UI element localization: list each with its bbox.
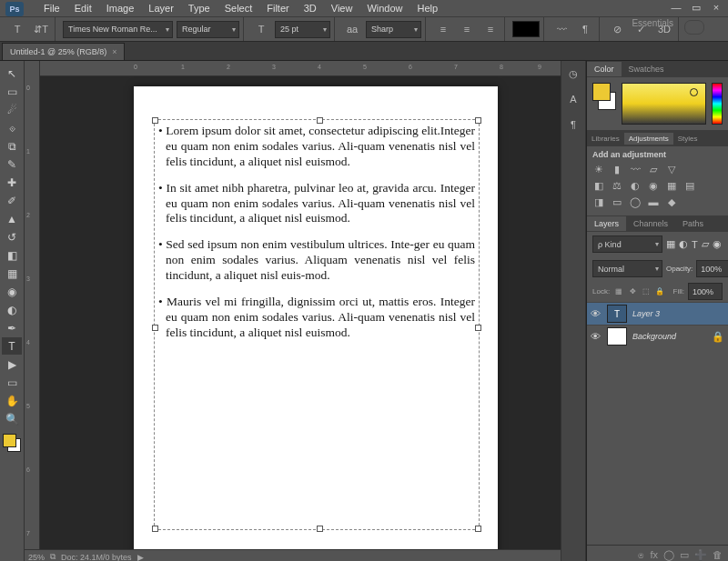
marquee-tool[interactable]: ▭ [2,83,22,100]
brush-tool[interactable]: ✐ [2,192,22,209]
adj-levels-icon[interactable]: ▮ [611,163,623,175]
zoom-tool[interactable]: 🔍 [2,410,22,427]
text-content[interactable]: • Lorem ipsum dolor sit amet, consectetu… [155,120,479,356]
paragraph-strip-icon[interactable]: ¶ [563,115,583,134]
layer-thumb-type[interactable]: T [607,305,627,323]
adj-selective-icon[interactable]: ◆ [665,195,678,208]
history-panel-icon[interactable]: ◷ [563,65,583,83]
text-color-swatch[interactable] [512,21,540,37]
visibility-icon[interactable]: 👁 [591,331,602,342]
search-icon[interactable] [684,20,704,35]
type-tool-preset-icon[interactable]: T [7,20,27,38]
move-tool[interactable]: ↖ [2,65,22,82]
handle-top-mid[interactable] [317,117,323,124]
menu-view[interactable]: View [324,1,360,15]
color-fg-bg[interactable] [592,83,616,119]
doc-size[interactable]: Doc: 24.1M/0 bytes [61,553,132,562]
pen-tool[interactable]: ✒ [2,319,22,336]
adj-invert-icon[interactable]: ◨ [592,195,605,208]
character-strip-icon[interactable]: A [563,90,583,108]
document-canvas[interactable]: • Lorem ipsum dolor sit amet, consectetu… [134,86,498,561]
handle-top-left[interactable] [152,117,158,124]
lock-position-icon[interactable]: ✥ [627,286,638,297]
adj-lookup-icon[interactable]: ▤ [683,179,696,192]
menu-edit[interactable]: Edit [67,1,99,15]
filter-shape-icon[interactable]: ▱ [702,238,709,250]
layer-row[interactable]: 👁 Background 🔒 [587,325,728,347]
eraser-tool[interactable]: ◧ [2,246,22,264]
layer-name[interactable]: Layer 3 [632,309,660,318]
layer-kind-dropdown[interactable]: ρ Kind [592,235,662,253]
frame-icon[interactable]: ⧉ [50,552,56,561]
handle-bottom-left[interactable] [152,526,158,532]
menu-window[interactable]: Window [359,1,410,15]
filter-type-icon[interactable]: T [692,239,698,250]
clone-stamp-tool[interactable]: ▲ [2,210,22,227]
opacity-input[interactable]: 100% [696,260,728,277]
adj-exposure-icon[interactable]: ▱ [647,163,660,175]
window-restore-icon[interactable]: ▭ [690,2,703,13]
new-layer-icon[interactable]: ➕ [694,549,707,561]
menu-image[interactable]: Image [99,1,142,15]
gradient-tool[interactable]: ▦ [2,265,22,282]
tab-swatches[interactable]: Swatches [622,62,672,76]
close-tab-icon[interactable]: × [112,47,116,56]
history-brush-tool[interactable]: ↺ [2,228,22,245]
handle-bottom-right[interactable] [475,526,481,532]
blur-tool[interactable]: ◉ [2,283,22,300]
menu-filter[interactable]: Filter [259,1,296,15]
lock-ab-icon[interactable]: ⬚ [641,286,652,297]
font-family-dropdown[interactable]: Times New Roman Re... [63,21,173,38]
font-size-dropdown[interactable]: 25 pt [275,21,330,38]
layer-thumb[interactable] [607,327,627,346]
character-panel-icon[interactable]: ¶ [575,20,595,38]
adj-gradientmap-icon[interactable]: ▬ [647,195,660,208]
menu-type[interactable]: Type [181,1,217,15]
magic-wand-tool[interactable]: ⟐ [2,119,22,136]
blend-mode-dropdown[interactable]: Normal [592,260,662,277]
menu-3d[interactable]: 3D [297,1,324,15]
new-group-icon[interactable]: ▭ [680,549,689,561]
fg-bg-color-swatch[interactable] [3,434,21,452]
hue-slider[interactable] [712,83,723,125]
cancel-edit-icon[interactable]: ⊘ [607,20,627,38]
delete-layer-icon[interactable]: 🗑 [713,549,723,560]
lock-all-icon[interactable]: 🔒 [654,286,665,297]
font-style-dropdown[interactable]: Regular [177,21,239,38]
menu-layer[interactable]: Layer [141,1,181,15]
adj-vibrance-icon[interactable]: ▽ [665,163,678,175]
ruler-horizontal[interactable]: 0 1 2 3 4 5 6 7 8 9 10 [39,61,561,76]
crop-tool[interactable]: ⧉ [2,137,22,155]
antialias-dropdown[interactable]: Sharp [366,21,421,38]
link-layers-icon[interactable]: ⍟ [638,549,644,560]
menu-file[interactable]: File [36,1,67,15]
align-left-icon[interactable]: ≡ [433,20,453,38]
filter-adjust-icon[interactable]: ◐ [679,238,688,250]
menu-help[interactable]: Help [410,1,446,15]
handle-mid-left[interactable] [152,325,158,331]
adj-photo-filter-icon[interactable]: ◉ [647,179,660,192]
filter-pixel-icon[interactable]: ▦ [666,238,675,250]
adj-posterize-icon[interactable]: ▭ [611,195,623,208]
status-arrow-icon[interactable]: ▶ [137,553,144,562]
layer-fx-icon[interactable]: fx [650,549,658,560]
tab-styles[interactable]: Styles [673,133,703,145]
tab-paths[interactable]: Paths [675,216,711,231]
align-right-icon[interactable]: ≡ [480,20,500,38]
type-tool[interactable]: T [2,337,22,355]
layer-row[interactable]: 👁 T Layer 3 [587,302,728,325]
layer-name[interactable]: Background [632,332,676,341]
adj-hue-icon[interactable]: ◧ [592,179,605,192]
foreground-color[interactable] [3,434,16,447]
orientation-toggle-icon[interactable]: ⇵T [31,20,51,38]
lock-pixel-icon[interactable]: ▦ [613,286,624,297]
eyedropper-tool[interactable]: ✎ [2,155,22,173]
adj-threshold-icon[interactable]: ◯ [629,195,642,208]
shape-tool[interactable]: ▭ [2,374,22,391]
filter-smart-icon[interactable]: ◉ [713,238,722,250]
zoom-level[interactable]: 25% [28,553,45,562]
hand-tool[interactable]: ✋ [2,392,22,409]
path-select-tool[interactable]: ▶ [2,356,22,373]
spot-heal-tool[interactable]: ✚ [2,174,22,191]
dodge-tool[interactable]: ◐ [2,301,22,318]
